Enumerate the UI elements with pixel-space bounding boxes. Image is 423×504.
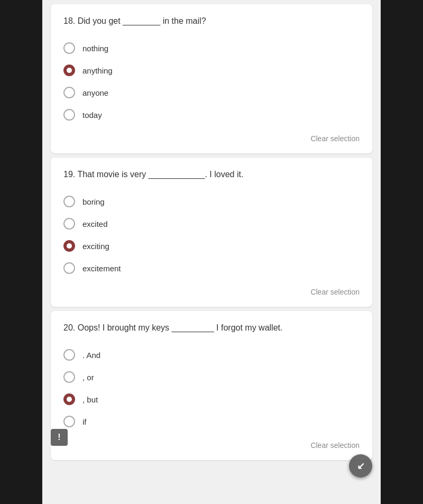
radio-q19_d[interactable] (63, 262, 75, 274)
option-label-q18_d: today (82, 111, 102, 120)
option-label-q20_c: , but (82, 395, 98, 404)
question-text-20: 20. Oops! I brought my keys _________ I … (63, 322, 360, 334)
option-item-q20_a[interactable]: . And (63, 344, 360, 366)
radio-q18_a[interactable] (63, 42, 75, 54)
option-label-q19_a: boring (82, 197, 105, 206)
radio-inner-q18_b (67, 68, 72, 73)
clear-selection-button-19[interactable]: Clear selection (310, 286, 360, 298)
option-label-q20_b: , or (82, 373, 94, 382)
question-text-19: 19. That movie is very ____________. I l… (63, 168, 360, 181)
options-list-18: nothinganythinganyonetoday (63, 37, 360, 126)
option-label-q20_a: . And (82, 351, 100, 360)
fab-icon: ↙ (357, 460, 365, 472)
radio-q20_a[interactable] (63, 349, 75, 361)
option-label-q18_c: anyone (82, 88, 108, 97)
clear-selection-18: Clear selection (63, 130, 360, 145)
question-card-18: 18. Did you get ________ in the mail?not… (51, 4, 372, 153)
option-label-q19_c: exciting (82, 242, 109, 251)
clear-selection-19: Clear selection (63, 283, 360, 298)
fab-button[interactable]: ↙ (349, 454, 372, 478)
radio-q20_b[interactable] (63, 371, 75, 383)
radio-q18_d[interactable] (63, 109, 75, 121)
clear-selection-button-18[interactable]: Clear selection (310, 132, 360, 145)
phone-container: 18. Did you get ________ in the mail?not… (42, 0, 381, 504)
options-list-20: . And, or, butif (63, 344, 360, 433)
alert-icon-container[interactable]: ! (51, 429, 68, 446)
clear-selection-20: Clear selection (63, 437, 360, 452)
option-item-q19_a[interactable]: boring (63, 190, 360, 213)
radio-inner-q20_c (67, 397, 72, 402)
options-list-19: boringexcitedexcitingexcitement (63, 190, 360, 279)
option-item-q18_d[interactable]: today (63, 104, 360, 126)
option-item-q19_d[interactable]: excitement (63, 257, 360, 279)
radio-q20_c[interactable] (63, 393, 75, 405)
option-item-q18_b[interactable]: anything (63, 59, 360, 81)
option-item-q19_c[interactable]: exciting (63, 235, 360, 257)
question-card-20: 20. Oops! I brought my keys _________ I … (51, 311, 372, 460)
radio-q18_c[interactable] (63, 87, 75, 98)
option-item-q20_b[interactable]: , or (63, 366, 360, 388)
option-label-q19_d: excitement (82, 264, 121, 273)
question-card-19: 19. That movie is very ____________. I l… (51, 158, 372, 307)
option-item-q18_c[interactable]: anyone (63, 81, 360, 104)
option-label-q18_a: nothing (82, 44, 108, 53)
radio-q19_b[interactable] (63, 218, 75, 230)
radio-q19_a[interactable] (63, 196, 75, 207)
option-label-q18_b: anything (82, 66, 113, 75)
option-item-q18_a[interactable]: nothing (63, 37, 360, 59)
radio-q20_d[interactable] (63, 416, 75, 427)
option-item-q20_d[interactable]: if (63, 410, 360, 433)
radio-q19_c[interactable] (63, 240, 75, 252)
option-item-q20_c[interactable]: , but (63, 388, 360, 410)
radio-inner-q19_c (67, 243, 72, 249)
clear-selection-button-20[interactable]: Clear selection (310, 439, 360, 452)
question-text-18: 18. Did you get ________ in the mail? (63, 15, 360, 28)
option-label-q20_d: if (82, 417, 87, 426)
alert-icon: ! (58, 433, 60, 442)
option-label-q19_b: excited (82, 219, 108, 228)
option-item-q19_b[interactable]: excited (63, 213, 360, 235)
radio-q18_b[interactable] (63, 65, 75, 76)
